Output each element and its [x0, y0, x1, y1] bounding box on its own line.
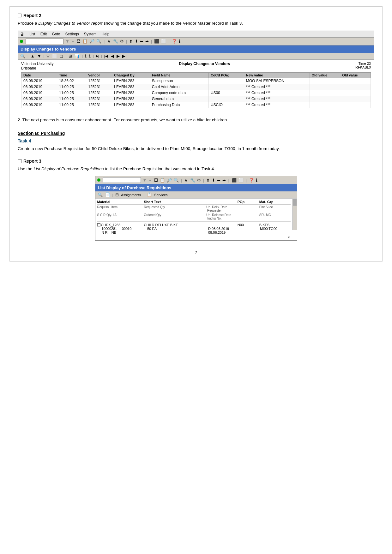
services-icon[interactable]: 📋: [147, 192, 152, 197]
search2-icon-2[interactable]: 🔍: [173, 178, 179, 183]
table-cell: US00: [208, 90, 244, 96]
filter-icon-2[interactable]: ⚙: [197, 178, 201, 183]
nav-down-icon[interactable]: ⬇: [134, 39, 138, 44]
filter1-icon[interactable]: ▽: [46, 54, 50, 58]
col-plntsloc-sub: Plnt SLoc: [259, 205, 291, 212]
screen2-icon-2[interactable]: ⬜: [238, 178, 244, 183]
table-row: 06.06.201911:00:25125231LEARN-283Purchas…: [21, 102, 371, 108]
menu-system[interactable]: System: [84, 32, 97, 36]
info-icon[interactable]: ℹ: [178, 39, 181, 44]
filter-icon[interactable]: ⚙: [120, 39, 124, 44]
zoom-icon[interactable]: 🔍: [20, 54, 26, 58]
nav-left-icon-2[interactable]: ⬅: [217, 178, 221, 183]
table-cell: LEARN-283: [112, 84, 150, 90]
col-delivdate-sub: Un Deliv. Date Requester: [206, 205, 238, 212]
report-time: Time 23 RFKABL0: [355, 62, 371, 69]
table-cell: [340, 96, 371, 102]
save-icon[interactable]: 🖫: [76, 39, 81, 44]
nav-right-icon-2[interactable]: ➡: [222, 178, 226, 183]
releasedate-value: 08.06.2019: [208, 231, 226, 234]
vertical-scrollbar[interactable]: [292, 199, 297, 230]
scroll-indicator: ▼: [97, 236, 291, 239]
assignments-label[interactable]: Assignments: [121, 193, 141, 197]
sort-desc-icon[interactable]: ▼: [37, 54, 42, 58]
col-ordqty-sub: Ordered Qty: [144, 213, 206, 220]
col-empty3-sub: [238, 213, 259, 220]
help-icon[interactable]: ❓: [172, 39, 177, 44]
nav-prev-icon[interactable]: ◀: [111, 54, 114, 58]
save-icon-2[interactable]: 🖫: [154, 178, 158, 183]
nav-first-icon[interactable]: |◀: [104, 54, 109, 58]
table-cell: Salesperson: [150, 78, 208, 84]
services-label[interactable]: Services: [154, 193, 167, 197]
chart-icon[interactable]: 📊: [74, 54, 80, 58]
task4-description: Create a new Purchase Requisition for 50…: [18, 145, 374, 152]
nav-next2-icon[interactable]: ▶: [116, 54, 120, 58]
layout-icon[interactable]: ◻: [59, 54, 63, 58]
nav-up-icon[interactable]: ⬆: [129, 39, 133, 44]
assignments-icon[interactable]: ⊞: [115, 192, 119, 197]
shortcut-icon-2[interactable]: 📋: [160, 178, 165, 183]
info2-icon[interactable]: ℹ: [85, 54, 87, 58]
info3-icon[interactable]: ℹ: [89, 54, 91, 58]
search-icon-2[interactable]: 🔎: [166, 178, 172, 183]
page-container: Report 2 Produce a Display Changes to Ve…: [9, 6, 383, 262]
shortcut-icon[interactable]: 📋: [82, 39, 88, 44]
material-value: CHDX_1283: [101, 223, 121, 227]
search2-icon[interactable]: 🔍: [96, 39, 102, 44]
command-input[interactable]: [26, 39, 63, 44]
table-cell: 11:00:25: [57, 96, 86, 102]
table-cell: 125231: [86, 84, 112, 90]
pr-delivdate-cell: D 08.06.2019: [208, 227, 238, 231]
menu-goto[interactable]: Goto: [52, 32, 60, 36]
col-releasedate-sub: Un Release Date Trackg No.: [206, 213, 238, 220]
row-checkbox[interactable]: [97, 223, 100, 226]
report2-desc-before: Produce a: [18, 21, 38, 26]
screen2-icon[interactable]: ⬜: [161, 39, 166, 44]
task4-desc-text: Create a new Purchase Requisition for 50…: [18, 146, 280, 151]
command-input-2[interactable]: [103, 177, 141, 183]
report2-desc-after: showing the change that you made to the …: [102, 21, 243, 26]
time-label: Time 23: [355, 62, 371, 65]
print-icon[interactable]: 🖨: [107, 39, 112, 44]
table-cell: 06.06.2019: [21, 84, 57, 90]
table-cell: 11:00:25: [57, 84, 86, 90]
item-value: 00010: [122, 227, 132, 231]
nav-right-icon[interactable]: ➡: [145, 39, 149, 44]
screen1-icon-2[interactable]: ⬛: [231, 178, 237, 183]
table-cell: 08.06.2019: [21, 78, 57, 84]
help-icon-2[interactable]: ❓: [249, 178, 254, 183]
menu-list[interactable]: List: [29, 32, 35, 36]
scroll-down-arrow[interactable]: ▼: [287, 236, 291, 239]
table-cell: [310, 102, 340, 108]
table-row: 06.06.201911:00:25125231LEARN-283Company…: [21, 90, 371, 96]
sort-asc-icon[interactable]: ▲: [30, 54, 35, 58]
print-icon-2[interactable]: 🖨: [184, 178, 189, 183]
menu-settings[interactable]: Settings: [65, 32, 79, 36]
info-icon-2[interactable]: ℹ: [256, 178, 258, 183]
print2-icon[interactable]: 🔧: [113, 39, 118, 44]
doc-icon[interactable]: 📄: [105, 192, 111, 197]
pr-data-row-1: CHDX_1283 CHILD DELUXE BIKE N00 BIKES 10…: [97, 223, 291, 234]
filter2-icon[interactable]: ⬜: [52, 54, 57, 58]
selections-btn[interactable]: ▶|: [96, 54, 99, 58]
zoom-icon-2[interactable]: 🔍: [97, 192, 103, 197]
prose-section-2: 2. The next process is to consumer enhan…: [18, 117, 374, 123]
table-cell: [310, 90, 340, 96]
col-pgp-header: PGp: [238, 200, 259, 204]
nav-up-icon-2[interactable]: ⬆: [206, 178, 210, 183]
nav-last-icon[interactable]: ▶|: [122, 54, 127, 58]
search-icon[interactable]: 🔎: [89, 39, 95, 44]
menu-help[interactable]: Help: [102, 32, 110, 36]
table-row: 06.06.201911:00:25125231LEARN-283Cntrl A…: [21, 84, 371, 90]
sap-second-toolbar-2: 🔍 📄 | ⊞ Assignments 📋 Services: [95, 191, 297, 198]
nav-down-icon-2[interactable]: ⬇: [211, 178, 215, 183]
grid-icon[interactable]: ⊞: [68, 54, 72, 58]
menu-edit[interactable]: Edit: [40, 32, 47, 36]
sap-window-2: ▼ « 🖫 📋 🔎 🔍 | 🖨 🔧 ⚙ | ⬆ ⬇ ⬅ ➡ | ⬛ ⬜ | ❓ …: [95, 176, 297, 241]
report3-desc-after: to list the Purchase Requisition that wa…: [104, 166, 215, 171]
nav-left-icon[interactable]: ⬅: [140, 39, 144, 44]
print2-icon-2[interactable]: 🔧: [190, 178, 196, 183]
screen1-icon[interactable]: ⬛: [154, 39, 160, 44]
pr-matgrp-cell: BIKES: [259, 223, 291, 227]
